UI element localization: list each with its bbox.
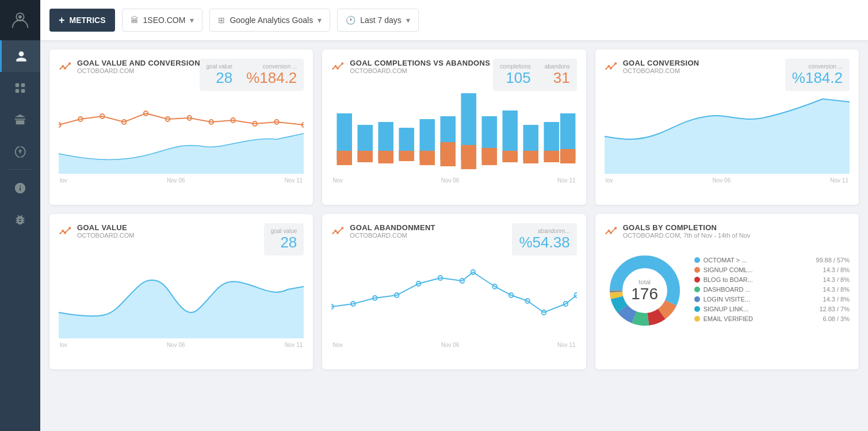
- svg-rect-2: [16, 83, 19, 86]
- trending-icon-4: [59, 224, 71, 237]
- chevron-down-icon: ▾: [190, 16, 194, 25]
- legend-dot: [694, 296, 700, 302]
- legend-name: SIGNUP LINK...: [703, 306, 816, 312]
- svg-rect-5: [21, 89, 25, 92]
- report-chevron-icon: ▾: [318, 16, 322, 25]
- card-subtitle-2: OCTOBOARD.COM: [350, 67, 490, 74]
- svg-rect-4: [16, 89, 19, 92]
- legend-item: BLOG to BOAR... 14.3 / 8%: [694, 276, 850, 283]
- area-chart-3: [605, 85, 850, 174]
- sidebar-item-info[interactable]: [0, 172, 40, 204]
- card-subtitle-6: OCTOBOARD.COM, 7th of Nov - 14th of Nov: [623, 232, 751, 239]
- card-title-block-2: GOAL COMPLETIONS VS ABANDONS OCTOBOARD.C…: [350, 59, 490, 79]
- xaxis-1: lov Nov 06 Nov 11: [59, 177, 304, 184]
- trending-icon-3: [605, 60, 617, 73]
- card-goal-value-conversion: GOAL VALUE AND CONVERSION OCTOBOARD.COM …: [49, 49, 313, 205]
- stat-value-ab: %54.38: [519, 234, 569, 251]
- card-title-4: GOAL VALUE: [77, 223, 134, 232]
- legend-dot: [694, 306, 700, 312]
- legend-name: SIGNUP COML...: [703, 266, 820, 273]
- clock-icon: 🕐: [346, 16, 355, 25]
- site-label: 1SEO.COM: [143, 16, 186, 25]
- svg-rect-45: [523, 151, 539, 163]
- svg-point-50: [605, 68, 607, 70]
- report-dropdown[interactable]: ⊞ Google Analytics Goals ▾: [209, 9, 330, 32]
- sidebar-item-dashboard[interactable]: [0, 72, 40, 104]
- report-label: Google Analytics Goals: [230, 16, 313, 25]
- card-stats-5: abandonm... %54.38: [512, 223, 576, 255]
- card-goal-value: GOAL VALUE OCTOBOARD.COM goal value 28 l…: [49, 214, 313, 369]
- report-icon: ⊞: [218, 16, 225, 25]
- add-metrics-button[interactable]: + METRICS: [49, 9, 115, 32]
- svg-rect-37: [441, 142, 456, 166]
- svg-point-58: [332, 232, 334, 234]
- stat-value-1: 28: [207, 70, 233, 86]
- sidebar-item-integrations[interactable]: [0, 135, 40, 167]
- xaxis-4: lov Nov 06 Nov 11: [59, 342, 304, 348]
- legend-name: OCTOMAT > ...: [703, 257, 813, 264]
- site-dropdown[interactable]: 🏛 1SEO.COM ▾: [122, 9, 203, 32]
- xaxis-3: lov Nov 06 Nov 11: [605, 177, 850, 184]
- svg-point-54: [59, 232, 61, 234]
- legend-value: 14.3 / 8%: [823, 296, 850, 303]
- legend-name: BLOG to BOAR...: [703, 276, 820, 283]
- card-title-6: GOALS BY COMPLETION: [623, 223, 751, 232]
- legend-item: SIGNUP LINK... 12.83 / 7%: [694, 306, 850, 312]
- stat-value-comp: 105: [500, 70, 530, 86]
- add-metrics-label: METRICS: [70, 16, 106, 25]
- area-chart-4: [59, 249, 304, 338]
- site-icon: 🏛: [131, 16, 139, 25]
- sidebar-logo: [0, 0, 40, 40]
- card-goals-by-completion: GOALS BY COMPLETION OCTOBOARD.COM, 7th o…: [595, 214, 859, 369]
- legend-dot: [694, 267, 700, 273]
- line-chart-1: [59, 85, 304, 174]
- trending-icon-5: [331, 224, 344, 237]
- legend-name: LOGIN VISITE...: [703, 296, 820, 303]
- svg-rect-31: [378, 151, 394, 163]
- legend-value: 99.88 / 57%: [816, 257, 850, 264]
- svg-rect-3: [21, 83, 25, 86]
- sidebar-item-bank[interactable]: [0, 104, 40, 135]
- svg-point-1: [18, 15, 22, 18]
- card-title-block-4: GOAL VALUE OCTOBOARD.COM: [77, 223, 134, 243]
- legend-name: EMAIL VERIFIED: [703, 315, 820, 322]
- donut-chart: total 176: [605, 250, 685, 331]
- daterange-chevron-icon: ▾: [406, 16, 410, 25]
- xaxis-5: Nov Nov 06 Nov 11: [331, 342, 576, 348]
- trending-icon-2: [331, 60, 344, 73]
- legend-dot: [694, 257, 700, 263]
- card-goal-conversion: GOAL CONVERSION OCTOBOARD.COM conversion…: [595, 49, 859, 205]
- card-title: GOAL VALUE AND CONVERSION: [77, 59, 200, 67]
- svg-rect-49: [560, 149, 576, 163]
- legend-dot: [694, 316, 700, 322]
- legend-value: 12.83 / 7%: [819, 306, 850, 312]
- card-header-6: GOALS BY COMPLETION OCTOBOARD.COM, 7th o…: [605, 223, 850, 243]
- topbar: + METRICS 🏛 1SEO.COM ▾ ⊞ Google Analytic…: [40, 0, 868, 40]
- card-stats-2: completions 105 abandons 31: [493, 59, 576, 91]
- card-subtitle-4: OCTOBOARD.COM: [77, 232, 134, 239]
- svg-rect-35: [420, 151, 435, 165]
- legend-name: DASHBOARD ...: [703, 286, 820, 293]
- legend-value: 14.3 / 8%: [823, 286, 850, 293]
- donut-section: total 176 OCTOMAT > ... 99.88 / 57% SIGN…: [605, 250, 850, 331]
- svg-rect-47: [544, 151, 560, 162]
- svg-point-22: [332, 68, 334, 70]
- svg-rect-27: [337, 151, 353, 165]
- sidebar-item-user[interactable]: [0, 40, 40, 72]
- card-title-block-6: GOALS BY COMPLETION OCTOBOARD.COM, 7th o…: [623, 223, 751, 243]
- daterange-dropdown[interactable]: 🕐 Last 7 days ▾: [337, 9, 419, 32]
- svg-rect-39: [461, 145, 477, 169]
- stat-value-aband: 31: [545, 70, 570, 86]
- legend-value: 6.08 / 3%: [823, 315, 850, 322]
- legend-item: DASHBOARD ... 14.3 / 8%: [694, 286, 850, 293]
- sidebar-item-debug[interactable]: [0, 204, 40, 235]
- trending-icon-6: [605, 224, 617, 237]
- donut-center: total 176: [631, 279, 658, 303]
- card-goal-abandonment: GOAL ABANDONMENT OCTOBOARD.COM abandonm.…: [322, 214, 586, 369]
- trending-icon: [59, 60, 71, 73]
- card-stats-4: goal value 28: [264, 223, 304, 255]
- card-title-block-3: GOAL CONVERSION OCTOBOARD.COM: [623, 59, 699, 79]
- legend-value: 14.3 / 8%: [823, 276, 850, 283]
- legend-dot: [694, 277, 700, 283]
- dashboard-content: GOAL VALUE AND CONVERSION OCTOBOARD.COM …: [40, 40, 868, 431]
